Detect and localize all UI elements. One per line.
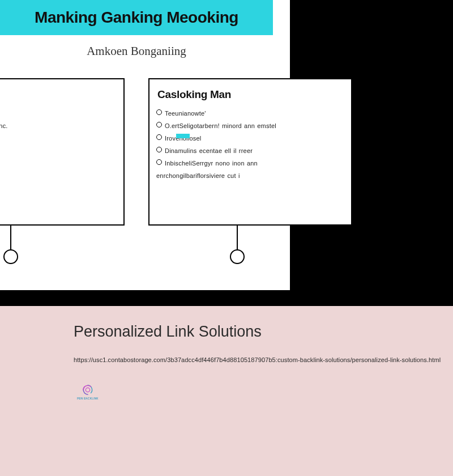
svg-point-0 [86,388,89,392]
brand-logo: PBN BACKLINK [74,379,102,405]
list-item: enrchongilbariflorsiviere cut i [156,171,344,181]
black-bottom-strip [0,290,290,306]
list-item: InbischeliSerrgyr nono inon ann [156,159,344,168]
list-item: igpel InIlinsd ercovnern [0,159,117,168]
diagram-header-bar: Manking Ganking Meooking [0,0,273,35]
box-right-title: Casloking Man [156,85,344,109]
box-left-list: lesO oSS grener cinstoth inc. gil sinne … [0,109,117,181]
list-item: Dinamulins ecentae ell il rreer [156,146,344,156]
circle-bullet-icon [156,159,162,165]
diagram-area: Manking Ganking Meooking Amkoen Bonganii… [0,0,290,290]
circle-bullet-icon [156,109,162,115]
list-item: O.ertSeligotarbern! minord ann emstel [156,121,344,131]
connector-line-right [237,226,238,249]
list-item: gil sinne comeomatione [0,134,117,143]
list-item: lesO [0,109,117,118]
node-circle-left [3,249,18,264]
diagram-box-right: Casloking Man Teeunianowte' O.ertSeligot… [148,78,352,226]
diagram-subtitle: Amkoen Bonganiing [0,44,273,58]
page-title: Personalized Link Solutions [74,323,453,341]
swirl-icon [82,384,94,396]
connector-line-left [10,226,11,249]
node-circle-right [230,249,245,264]
box-right-list: Teeunianowte' O.ertSeligotarbern! minord… [156,109,344,181]
box-left-title: ng bleking [0,85,117,109]
circle-bullet-icon [156,147,162,152]
list-item: onenetominn eem [0,171,117,181]
list-item: egieltrebonl elect naleo [0,146,117,156]
upper-region: Manking Ganking Meooking Amkoen Bonganii… [0,0,453,306]
circle-bullet-icon [156,134,162,140]
cyan-highlight-mark [176,134,190,138]
list-item: oSS grener cinstoth inc. [0,121,117,131]
diagram-box-left: ng bleking lesO oSS grener cinstoth inc.… [0,78,125,226]
page-url: https://usc1.contabostorage.com/3b37adcc… [74,356,453,363]
circle-bullet-icon [156,122,162,128]
brand-logo-text: PBN BACKLINK [77,397,99,400]
diagram-title: Manking Ganking Meooking [35,8,238,27]
lower-region: Personalized Link Solutions https://usc1… [0,306,453,476]
list-item: Teeunianowte' [156,109,344,118]
